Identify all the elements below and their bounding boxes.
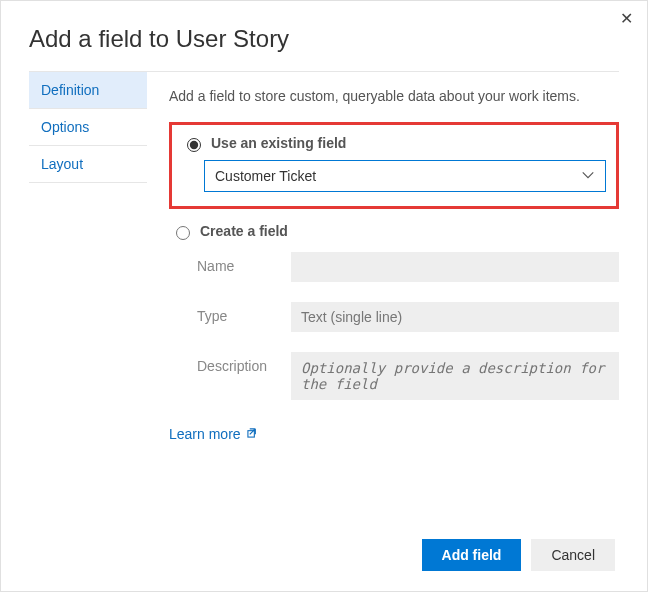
description-row: Description [197,352,619,400]
description-label: Description [197,352,291,374]
dialog-title: Add a field to User Story [1,1,647,71]
create-field-section: Create a field Name Type Text (single li… [169,223,619,400]
dialog-body: Definition Options Layout Add a field to… [1,72,647,442]
create-field-radio-row: Create a field [171,223,619,240]
dialog-footer: Add field Cancel [422,539,615,571]
svg-rect-0 [248,431,254,437]
content-panel: Add a field to store custom, queryable d… [147,72,647,442]
existing-field-select[interactable]: Customer Ticket [204,160,606,192]
use-existing-radio[interactable] [187,138,201,152]
description-input[interactable] [291,352,619,400]
name-label: Name [197,252,291,274]
sidebar-item-layout[interactable]: Layout [29,146,147,183]
sidebar: Definition Options Layout [29,72,147,442]
existing-field-section: Use an existing field Customer Ticket [169,122,619,209]
helper-text: Add a field to store custom, queryable d… [169,88,619,104]
learn-more-label: Learn more [169,426,241,442]
use-existing-radio-row: Use an existing field [182,135,606,152]
existing-field-value: Customer Ticket [215,168,316,184]
add-field-dialog: ✕ Add a field to User Story Definition O… [0,0,648,592]
sidebar-item-label: Layout [41,156,83,172]
cancel-button[interactable]: Cancel [531,539,615,571]
sidebar-item-definition[interactable]: Definition [29,72,147,109]
name-row: Name [197,252,619,282]
close-icon[interactable]: ✕ [620,11,633,27]
name-input[interactable] [291,252,619,282]
add-field-button[interactable]: Add field [422,539,522,571]
chevron-down-icon [581,168,595,185]
sidebar-item-label: Definition [41,82,99,98]
type-select[interactable]: Text (single line) [291,302,619,332]
create-field-radio[interactable] [176,226,190,240]
learn-more-link[interactable]: Learn more [169,426,258,442]
type-value: Text (single line) [301,309,402,325]
create-field-label: Create a field [200,223,288,239]
use-existing-label: Use an existing field [211,135,346,151]
type-label: Type [197,302,291,324]
external-link-icon [247,427,258,441]
sidebar-item-label: Options [41,119,89,135]
sidebar-item-options[interactable]: Options [29,109,147,146]
type-row: Type Text (single line) [197,302,619,332]
